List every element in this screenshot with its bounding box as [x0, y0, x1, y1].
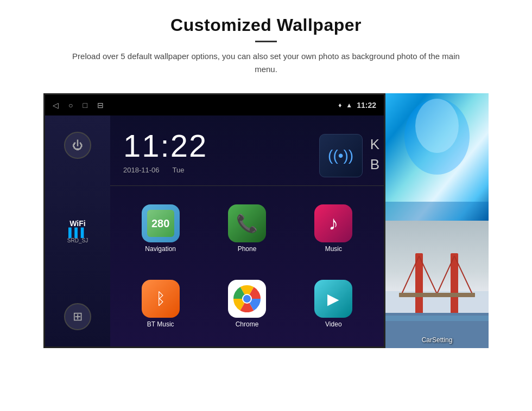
k-letter-icon: K [370, 136, 379, 153]
svg-rect-16 [399, 293, 475, 297]
apps-grid-icon: ⊞ [73, 310, 83, 324]
svg-point-3 [243, 295, 251, 303]
wallpaper-stack: CarSetting [385, 93, 489, 348]
app-item-phone[interactable]: Phone [205, 192, 288, 265]
clock-time: 11:22 [123, 127, 319, 164]
svg-rect-18 [385, 316, 489, 321]
phone-icon [228, 204, 266, 242]
chrome-icon [228, 280, 266, 318]
carsetting-label: CarSetting [385, 336, 489, 344]
video-icon [314, 280, 352, 318]
video-label: Video [325, 320, 341, 328]
chrome-svg-icon [233, 285, 261, 312]
navigation-icon: 280 [142, 204, 180, 242]
top-row: 11:22 2018-11-06 Tue ((•)) K [110, 115, 384, 186]
wifi-signal-icon: ▲ [346, 101, 352, 109]
ice-cave-svg [385, 93, 489, 221]
location-icon: ♦ [338, 101, 341, 109]
music-icon [314, 204, 352, 242]
app-item-navigation[interactable]: 280 Navigation [119, 192, 202, 265]
content-area: ◁ ○ □ ⊟ ♦ ▲ 11:22 ⏻ [43, 93, 489, 348]
screen-sidebar: ⏻ WiFi ▌▌▌ SRD_SJ ⊞ [45, 115, 110, 346]
recent-nav-icon[interactable]: □ [83, 101, 87, 110]
back-nav-icon[interactable]: ◁ [53, 101, 59, 110]
bridge-svg [385, 221, 489, 348]
device-screen: ◁ ○ □ ⊟ ♦ ▲ 11:22 ⏻ [43, 93, 385, 348]
svg-rect-7 [385, 202, 489, 221]
title-divider [255, 41, 277, 42]
wallpaper-bridge[interactable]: CarSetting [385, 221, 489, 348]
wifi-label: WiFi [67, 219, 88, 228]
status-bar-left: ◁ ○ □ ⊟ [53, 101, 104, 110]
b-letter-icon: B [370, 156, 379, 173]
screen-main: 11:22 2018-11-06 Tue ((•)) K [110, 115, 384, 346]
navigation-label: Navigation [145, 245, 176, 253]
wifi-info: WiFi ▌▌▌ SRD_SJ [67, 219, 88, 243]
radio-antenna-icon: ((•)) [328, 147, 353, 164]
bt-music-icon: ᛒ [142, 280, 180, 318]
day-value: Tue [173, 166, 185, 174]
wifi-bars-icon: ▌▌▌ [67, 228, 88, 237]
title-section: Customized Wallpaper Preload over 5 defa… [71, 15, 461, 76]
date-value: 2018-11-06 [123, 166, 160, 174]
home-nav-icon[interactable]: ○ [68, 101, 73, 110]
media-icon-box[interactable]: ((•)) [319, 134, 363, 177]
status-bar: ◁ ○ □ ⊟ ♦ ▲ 11:22 [45, 95, 384, 115]
svg-point-6 [415, 99, 459, 153]
screenshot-nav-icon[interactable]: ⊟ [97, 101, 104, 110]
apps-grid-button[interactable]: ⊞ [64, 303, 91, 330]
wifi-ssid: SRD_SJ [67, 237, 88, 243]
power-button[interactable]: ⏻ [64, 132, 91, 159]
status-bar-right: ♦ ▲ 11:22 [338, 101, 376, 110]
bt-music-label: BT Music [147, 320, 174, 328]
app-item-video[interactable]: Video [292, 268, 375, 340]
music-label: Music [325, 245, 342, 253]
status-time: 11:22 [357, 101, 376, 110]
screen-body: ⏻ WiFi ▌▌▌ SRD_SJ ⊞ [45, 115, 384, 346]
power-icon: ⏻ [72, 139, 83, 152]
app-grid: 280 Navigation Phone [110, 186, 384, 346]
page-title: Customized Wallpaper [71, 15, 461, 35]
clock-date: 2018-11-06 Tue [123, 166, 319, 174]
app-item-bt-music[interactable]: ᛒ BT Music [119, 268, 202, 340]
app-item-music[interactable]: Music [292, 192, 375, 265]
chrome-label: Chrome [236, 320, 259, 328]
clock-section: 11:22 2018-11-06 Tue [110, 115, 319, 185]
page-wrapper: Customized Wallpaper Preload over 5 defa… [0, 0, 532, 411]
wallpaper-ice-cave[interactable] [385, 93, 489, 221]
phone-label: Phone [238, 245, 257, 253]
app-item-chrome[interactable]: Chrome [205, 268, 288, 340]
page-subtitle: Preload over 5 default wallpaper options… [71, 50, 461, 76]
